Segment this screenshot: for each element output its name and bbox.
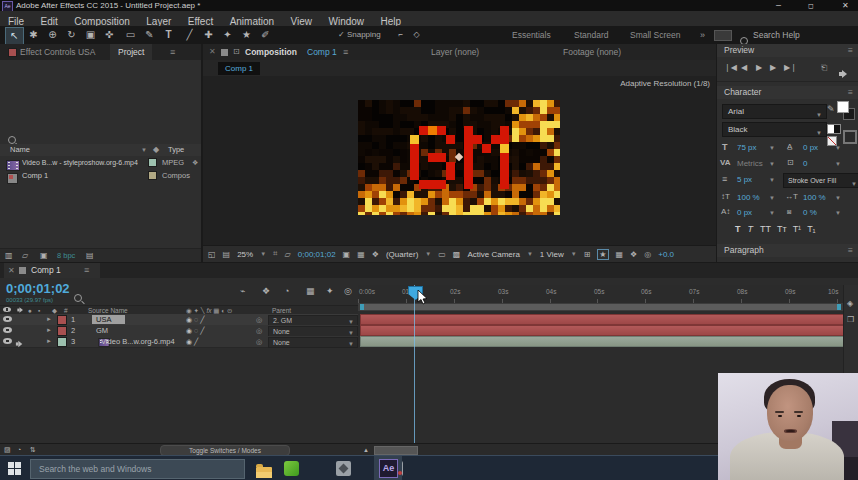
grid-options-icon[interactable]: ⌗ <box>273 249 278 259</box>
next-frame-icon[interactable]: ▶ <box>770 63 776 72</box>
layer-audio-icon[interactable] <box>16 341 23 347</box>
stroke-width-value[interactable]: 5 px <box>737 175 752 184</box>
motion-blur-icon[interactable]: ✦ <box>326 286 334 296</box>
comp-mini-flowchart-icon[interactable]: ⌁ <box>240 286 245 296</box>
vertical-scale-caret-icon[interactable]: ▼ <box>769 195 775 201</box>
layer-bar-usa[interactable] <box>360 314 845 325</box>
vertical-scale-value[interactable]: 100 % <box>737 193 760 202</box>
shape-tool-icon[interactable]: ▭ <box>122 27 139 43</box>
faux-italic-button[interactable]: T <box>748 224 754 234</box>
timeline-zoom-slider[interactable] <box>374 446 418 455</box>
stroke-mode-select[interactable]: Stroke Over Fill ▼ <box>783 173 858 188</box>
project-search-icon[interactable] <box>8 136 16 144</box>
tab-composition[interactable]: Composition <box>245 44 297 60</box>
layer-twirl-icon[interactable]: ► <box>46 314 52 325</box>
show-snapshot-icon[interactable]: ▦ <box>357 250 365 259</box>
snapping-checkbox[interactable]: ✓ Snapping <box>338 26 381 44</box>
faux-bold-button[interactable]: T <box>735 224 741 234</box>
after-effects-taskbar-button[interactable]: Ae <box>374 456 402 480</box>
taskbar-app-green-icon[interactable] <box>284 461 299 476</box>
timeline-menu-icon[interactable]: ≡ <box>84 263 89 278</box>
font-size-caret-icon[interactable]: ▼ <box>769 145 775 151</box>
layer-name-selected[interactable]: USA <box>92 315 125 324</box>
tracking2-value[interactable]: 0 <box>803 159 807 168</box>
comp-timecode[interactable]: 0;00;01;02 <box>298 250 336 259</box>
layer-twirl-icon[interactable]: ► <box>46 336 52 347</box>
snapshot-icon[interactable]: ▣ <box>343 250 351 259</box>
taskbar-app1-icon[interactable] <box>336 461 351 476</box>
layer-eye-icon[interactable] <box>3 338 12 344</box>
layer-name[interactable]: GM <box>96 325 108 336</box>
last-frame-icon[interactable]: ▶❘ <box>784 63 797 72</box>
layer-parent-select[interactable]: None▼ <box>268 337 358 348</box>
paragraph-menu-icon[interactable]: ≡ <box>848 244 853 257</box>
layer-color-chip[interactable] <box>57 337 67 347</box>
stroke-width-caret-icon[interactable]: ▼ <box>769 177 775 183</box>
preview-menu-icon[interactable]: ≡ <box>848 44 853 57</box>
parent-pickwhip-icon[interactable]: ◎ <box>256 325 262 336</box>
timeline-search-icon[interactable] <box>74 294 82 302</box>
draft3d-icon[interactable]: ❖ <box>262 286 270 296</box>
rotate-tool-icon[interactable]: ↻ <box>63 27 80 43</box>
layer-bar-gm[interactable] <box>360 325 845 336</box>
tracking2-caret-icon[interactable]: ▼ <box>835 161 841 167</box>
horizontal-scale-caret-icon[interactable]: ▼ <box>835 195 841 201</box>
close-button[interactable]: ✕ <box>842 1 849 10</box>
puppet-pin-tool-icon[interactable]: ✐ <box>257 27 274 43</box>
snap-option2-icon[interactable]: ◇ <box>408 27 425 43</box>
ram-preview-icon[interactable]: ⎗ <box>821 63 827 73</box>
layer-bar-video[interactable] <box>360 336 845 347</box>
layer-color-chip[interactable] <box>57 326 67 336</box>
column-name[interactable]: Name <box>10 144 30 156</box>
font-style-select[interactable]: Black ▼ <box>722 122 827 137</box>
file-explorer-icon[interactable] <box>256 467 272 478</box>
interpret-footage-icon[interactable]: ▥ <box>5 249 13 263</box>
tab-footage[interactable]: Footage (none) <box>563 44 621 60</box>
project-item-name[interactable]: Comp 1 <box>22 169 48 182</box>
label-chip[interactable] <box>148 171 157 180</box>
superscript-button[interactable]: T¹ <box>793 224 802 234</box>
resolution-value[interactable]: (Quarter) <box>386 250 418 259</box>
kerning-caret-icon[interactable]: ▼ <box>835 145 841 151</box>
work-area-end-handle[interactable] <box>837 304 841 310</box>
eyedropper-icon[interactable]: ✎ <box>827 104 835 114</box>
transparency-grid-icon[interactable]: ▩ <box>453 250 461 259</box>
tracking-caret-icon[interactable]: ▼ <box>769 161 775 167</box>
frame-blend-icon[interactable]: ▦ <box>306 286 315 296</box>
start-button-icon[interactable] <box>8 462 14 468</box>
kerning-value[interactable]: 0 px <box>803 143 818 152</box>
timeline-ruler[interactable]: 0:00s 01s 02s 03s 04s 05s 06s 07s 08s 09… <box>358 285 843 304</box>
fill-black-white-swatch[interactable] <box>827 124 841 134</box>
sort-caret-icon[interactable]: ▼ <box>141 147 147 153</box>
brush-tool-icon[interactable]: ╱ <box>181 27 198 43</box>
tab-composition-compname[interactable]: Comp 1 <box>307 44 337 60</box>
comp-panel-menu-icon[interactable]: ≡ <box>343 44 348 60</box>
new-composition-icon[interactable]: ▣ <box>40 249 48 263</box>
camera-tool-icon[interactable]: ▣ <box>82 27 99 43</box>
parent-pickwhip-icon[interactable]: ◎ <box>256 314 262 325</box>
magnification-value[interactable]: 25% <box>237 250 253 259</box>
selection-tool-icon[interactable]: ↖ <box>5 27 24 45</box>
timeline-tab-close-icon[interactable]: ✕ <box>8 263 15 278</box>
zoom-tool-icon[interactable]: ⊕ <box>44 27 61 43</box>
project-panel-menu-icon[interactable]: ≡ <box>170 44 175 60</box>
all-caps-button[interactable]: TT <box>760 224 771 234</box>
viewer-comp-tab[interactable]: Comp 1 <box>218 62 260 75</box>
text-tool-icon[interactable]: T <box>160 27 177 43</box>
work-area-bar[interactable] <box>360 304 841 310</box>
character-menu-icon[interactable]: ≡ <box>848 86 853 99</box>
always-preview-icon[interactable]: ◱ <box>208 250 216 259</box>
project-item-comp[interactable]: Comp 1 Compos <box>0 169 201 182</box>
character-title[interactable]: Character <box>724 86 761 99</box>
layer-twirl-icon[interactable]: ► <box>46 325 52 336</box>
baseline-shift-value[interactable]: 0 px <box>737 208 752 217</box>
pixel-aspect-icon[interactable]: ⊞ <box>584 250 591 259</box>
tracking-value[interactable]: Metrics <box>737 159 763 168</box>
roi-icon[interactable]: ▭ <box>438 250 446 259</box>
subscript-button[interactable]: T₁ <box>807 224 816 234</box>
video-column-eye-icon[interactable] <box>3 307 11 312</box>
roto-brush-tool-icon[interactable]: ★ <box>238 27 255 43</box>
workspace-essentials[interactable]: Essentials <box>512 26 551 44</box>
snap-option1-icon[interactable]: ⌐ <box>392 27 409 43</box>
reset-exposure-icon[interactable]: ◎ <box>644 250 651 259</box>
